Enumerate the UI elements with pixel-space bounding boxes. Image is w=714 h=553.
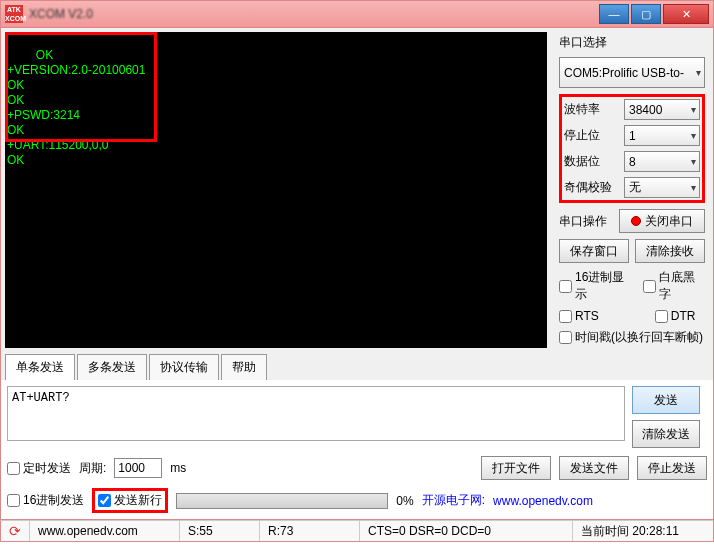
- send-button[interactable]: 发送: [632, 386, 700, 414]
- hex-send-checkbox[interactable]: 16进制发送: [7, 492, 84, 509]
- status-bar: ⟳ www.openedv.com S:55 R:73 CTS=0 DSR=0 …: [0, 520, 714, 542]
- app-logo: ATK XCOM: [5, 5, 23, 23]
- reload-icon[interactable]: ⟳: [9, 523, 21, 539]
- data-label: 数据位: [564, 153, 620, 170]
- baud-label: 波特率: [564, 101, 620, 118]
- hex-display-checkbox[interactable]: 16进制显示: [559, 269, 635, 303]
- open-file-button[interactable]: 打开文件: [481, 456, 551, 480]
- timed-send-checkbox[interactable]: 定时发送: [7, 460, 71, 477]
- tab-help[interactable]: 帮助: [221, 354, 267, 380]
- period-input[interactable]: [114, 458, 162, 478]
- send-file-button[interactable]: 发送文件: [559, 456, 629, 480]
- openedv-link[interactable]: www.openedv.com: [493, 494, 593, 508]
- window-title: XCOM V2.0: [29, 7, 599, 21]
- titlebar: ATK XCOM XCOM V2.0 — ▢ ✕: [0, 0, 714, 28]
- data-select[interactable]: 8: [624, 151, 700, 172]
- stop-select[interactable]: 1: [624, 125, 700, 146]
- status-r: R:73: [260, 521, 360, 541]
- clear-recv-button[interactable]: 清除接收: [635, 239, 705, 263]
- status-s: S:55: [180, 521, 260, 541]
- stop-send-button[interactable]: 停止发送: [637, 456, 707, 480]
- port-select[interactable]: COM5:Prolific USB-to-: [559, 57, 705, 88]
- progress-percent: 0%: [396, 494, 413, 508]
- settings-panel: 串口选择 COM5:Prolific USB-to- 波特率38400 停止位1…: [551, 28, 713, 352]
- baud-select[interactable]: 38400: [624, 99, 700, 120]
- link-label: 开源电子网:: [422, 492, 485, 509]
- close-port-button[interactable]: 关闭串口: [619, 209, 705, 233]
- progress-bar: [176, 493, 388, 509]
- tab-multi-send[interactable]: 多条发送: [77, 354, 147, 380]
- parity-label: 奇偶校验: [564, 179, 620, 196]
- rts-checkbox[interactable]: RTS: [559, 309, 599, 323]
- serial-params-highlight: 波特率38400 停止位1 数据位8 奇偶校验无: [559, 94, 705, 203]
- port-label: 串口选择: [559, 34, 615, 51]
- terminal-output: OK +VERSION:2.0-20100601 OK OK +PSWD:321…: [5, 32, 547, 348]
- tab-bar: 单条发送 多条发送 协议传输 帮助: [0, 352, 714, 380]
- maximize-button[interactable]: ▢: [631, 4, 661, 24]
- minimize-button[interactable]: —: [599, 4, 629, 24]
- dtr-checkbox[interactable]: DTR: [655, 309, 696, 323]
- save-window-button[interactable]: 保存窗口: [559, 239, 629, 263]
- period-unit: ms: [170, 461, 186, 475]
- tab-protocol[interactable]: 协议传输: [149, 354, 219, 380]
- stop-label: 停止位: [564, 127, 620, 144]
- period-label: 周期:: [79, 460, 106, 477]
- send-input[interactable]: [7, 386, 625, 441]
- terminal-highlight: [5, 32, 157, 142]
- parity-select[interactable]: 无: [624, 177, 700, 198]
- record-icon: [631, 216, 641, 226]
- clear-send-button[interactable]: 清除发送: [632, 420, 700, 448]
- status-url: www.openedv.com: [30, 521, 180, 541]
- status-line: CTS=0 DSR=0 DCD=0: [360, 521, 573, 541]
- newline-highlight: 发送新行: [92, 488, 168, 513]
- timestamp-checkbox[interactable]: 时间戳(以换行回车断帧): [559, 329, 705, 346]
- white-bg-checkbox[interactable]: 白底黑字: [643, 269, 705, 303]
- newline-checkbox[interactable]: 发送新行: [98, 492, 162, 509]
- status-time: 当前时间 20:28:11: [573, 521, 713, 541]
- close-button[interactable]: ✕: [663, 4, 709, 24]
- tab-single-send[interactable]: 单条发送: [5, 354, 75, 380]
- op-label: 串口操作: [559, 213, 615, 230]
